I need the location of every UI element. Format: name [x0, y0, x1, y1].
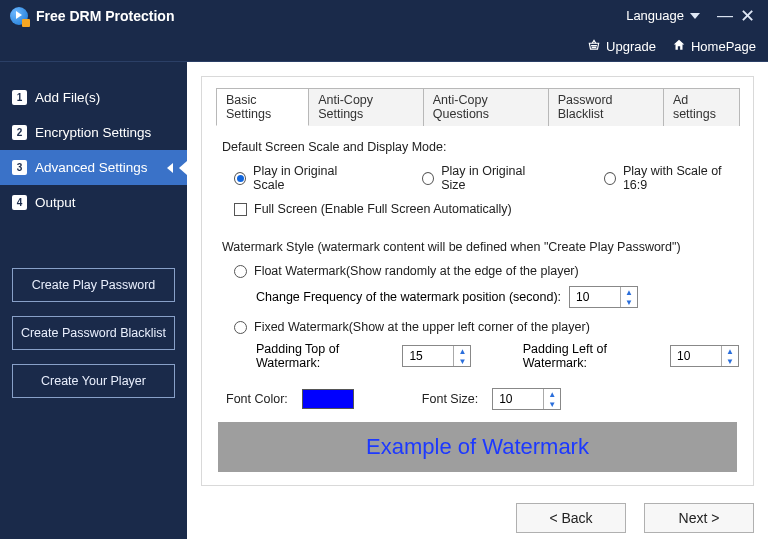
settings-panel: Basic Settings Anti-Copy Settings Anti-C… — [201, 76, 754, 486]
spin-down-icon[interactable]: ▼ — [454, 356, 470, 366]
radio-label: Play in Original Scale — [253, 164, 362, 192]
radio-icon — [234, 321, 247, 334]
spin-down-icon[interactable]: ▼ — [544, 399, 560, 409]
font-color-label: Font Color: — [226, 392, 288, 406]
footer-nav: < Back Next > — [516, 503, 754, 533]
float-freq-label: Change Frequency of the watermark positi… — [256, 290, 561, 304]
font-color-picker[interactable] — [302, 389, 354, 409]
watermark-preview: Example of Watermark — [218, 422, 737, 472]
watermark-preview-text: Example of Watermark — [366, 434, 589, 460]
checkbox-icon — [234, 203, 247, 216]
titlebar: Free DRM Protection Language — ✕ — [0, 0, 768, 32]
scale-section-title: Default Screen Scale and Display Mode: — [222, 140, 739, 154]
create-play-password-button[interactable]: Create Play Password — [12, 268, 175, 302]
toolbar: Upgrade HomePage — [0, 32, 768, 62]
upgrade-label: Upgrade — [606, 39, 656, 54]
font-size-field[interactable] — [493, 389, 543, 409]
caret-left-icon — [167, 163, 173, 173]
tabstrip: Basic Settings Anti-Copy Settings Anti-C… — [216, 87, 739, 125]
main-area: Basic Settings Anti-Copy Settings Anti-C… — [187, 62, 768, 539]
float-freq-input[interactable]: ▲▼ — [569, 286, 638, 308]
pad-left-input[interactable]: ▲▼ — [670, 345, 739, 367]
tab-basic-settings[interactable]: Basic Settings — [216, 88, 309, 126]
step-label: Advanced Settings — [35, 160, 148, 175]
spin-up-icon[interactable]: ▲ — [722, 346, 738, 356]
app-logo-icon — [10, 7, 28, 25]
tab-anticopy-settings[interactable]: Anti-Copy Settings — [308, 88, 424, 126]
checkbox-fullscreen[interactable]: Full Screen (Enable Full Screen Automati… — [234, 202, 512, 216]
radio-label: Float Watermark(Show randomly at the edg… — [254, 264, 579, 278]
tab-anticopy-questions[interactable]: Anti-Copy Questions — [423, 88, 549, 126]
sidebar-step-add-files[interactable]: 1 Add File(s) — [0, 80, 187, 115]
radio-fixed-watermark[interactable]: Fixed Watermark(Show at the upper left c… — [234, 320, 590, 334]
homepage-button[interactable]: HomePage — [672, 38, 756, 55]
radio-icon — [422, 172, 434, 185]
close-button[interactable]: ✕ — [736, 5, 758, 27]
minimize-button[interactable]: — — [714, 7, 736, 25]
app-title: Free DRM Protection — [36, 8, 174, 24]
create-password-blacklist-button[interactable]: Create Password Blacklist — [12, 316, 175, 350]
watermark-section-title: Watermark Style (watermark content will … — [222, 240, 739, 254]
pad-top-field[interactable] — [403, 346, 453, 366]
radio-icon — [604, 172, 616, 185]
step-number: 2 — [12, 125, 27, 140]
pad-left-label: Padding Left of Watermark: — [523, 342, 652, 370]
step-number: 1 — [12, 90, 27, 105]
step-number: 3 — [12, 160, 27, 175]
next-button[interactable]: Next > — [644, 503, 754, 533]
radio-scale-169[interactable]: Play with Scale of 16:9 — [604, 164, 739, 192]
spin-down-icon[interactable]: ▼ — [621, 297, 637, 307]
tab-ad-settings[interactable]: Ad settings — [663, 88, 740, 126]
basket-icon — [587, 38, 601, 55]
pad-left-field[interactable] — [671, 346, 721, 366]
step-label: Output — [35, 195, 76, 210]
language-selector[interactable]: Language — [626, 8, 700, 23]
font-size-label: Font Size: — [422, 392, 478, 406]
language-label: Language — [626, 8, 684, 23]
create-your-player-button[interactable]: Create Your Player — [12, 364, 175, 398]
step-label: Add File(s) — [35, 90, 100, 105]
radio-float-watermark[interactable]: Float Watermark(Show randomly at the edg… — [234, 264, 579, 278]
spin-up-icon[interactable]: ▲ — [544, 389, 560, 399]
sidebar-step-encryption[interactable]: 2 Encryption Settings — [0, 115, 187, 150]
radio-label: Fixed Watermark(Show at the upper left c… — [254, 320, 590, 334]
spin-up-icon[interactable]: ▲ — [621, 287, 637, 297]
step-label: Encryption Settings — [35, 125, 151, 140]
sidebar-step-advanced[interactable]: 3 Advanced Settings — [0, 150, 187, 185]
chevron-down-icon — [690, 13, 700, 19]
step-number: 4 — [12, 195, 27, 210]
float-freq-field[interactable] — [570, 287, 620, 307]
radio-label: Play in Original Size — [441, 164, 544, 192]
radio-icon — [234, 265, 247, 278]
sidebar-step-output[interactable]: 4 Output — [0, 185, 187, 220]
font-size-input[interactable]: ▲▼ — [492, 388, 561, 410]
sidebar: 1 Add File(s) 2 Encryption Settings 3 Ad… — [0, 62, 187, 539]
radio-icon — [234, 172, 246, 185]
tab-password-blacklist[interactable]: Password Blacklist — [548, 88, 664, 126]
radio-label: Play with Scale of 16:9 — [623, 164, 739, 192]
back-button[interactable]: < Back — [516, 503, 626, 533]
pad-top-input[interactable]: ▲▼ — [402, 345, 471, 367]
radio-original-scale[interactable]: Play in Original Scale — [234, 164, 362, 192]
pad-top-label: Padding Top of Watermark: — [256, 342, 384, 370]
home-icon — [672, 38, 686, 55]
spin-down-icon[interactable]: ▼ — [722, 356, 738, 366]
homepage-label: HomePage — [691, 39, 756, 54]
checkbox-label: Full Screen (Enable Full Screen Automati… — [254, 202, 512, 216]
spin-up-icon[interactable]: ▲ — [454, 346, 470, 356]
upgrade-button[interactable]: Upgrade — [587, 38, 656, 55]
radio-original-size[interactable]: Play in Original Size — [422, 164, 544, 192]
